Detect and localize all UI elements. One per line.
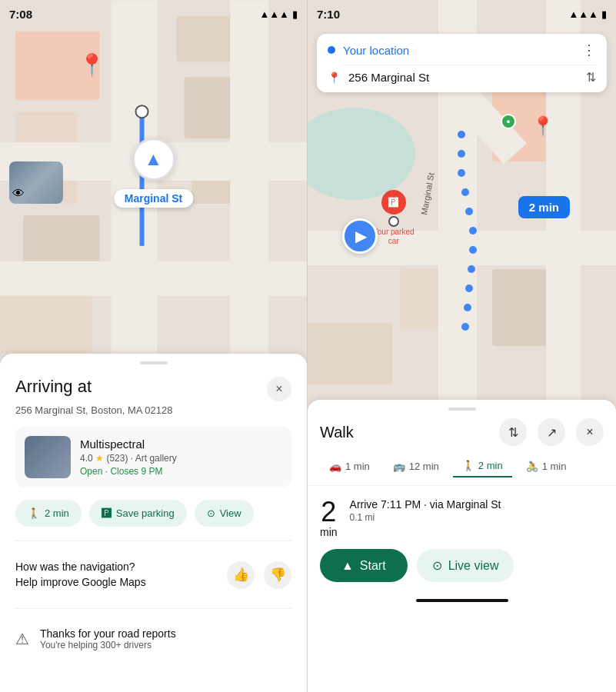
thumbnail-inner: 👁 [9, 161, 63, 204]
divider-1 [15, 541, 291, 541]
route-summary: 2 min Arrive 7:11 PM · via Marginal St 0… [308, 486, 616, 591]
view-button[interactable]: ⊙ View [195, 500, 254, 527]
play-icon: ▶ [355, 227, 367, 245]
feedback-row: How was the navigation? Help improve Goo… [15, 551, 291, 599]
arriving-at-title: Arriving at [15, 377, 92, 397]
svg-point-29 [465, 208, 473, 215]
share-button[interactable]: ↗ [538, 418, 565, 446]
bike-icon: 🚴 [526, 461, 538, 472]
close-button-right[interactable]: × [576, 418, 604, 446]
parked-car-dot [388, 216, 399, 227]
time-right: 7:10 [317, 8, 340, 21]
parked-car-icon: 🅿 [381, 190, 406, 215]
search-dest-row: 📍 256 Marginal St ⇅ [328, 70, 596, 85]
save-parking-button[interactable]: 🅿 Save parking [89, 500, 187, 527]
place-info: Multispectral 4.0 ★ (523) · Art gallery … [80, 437, 177, 477]
time-left: 7:08 [9, 8, 32, 21]
navigation-arrow-left: ▲ [132, 138, 175, 181]
star-icon: ★ [95, 453, 104, 464]
camera-icon: 👁 [12, 187, 25, 201]
svg-point-35 [461, 323, 469, 331]
signal-icon-left: ▲▲▲ [259, 8, 289, 20]
thumbs-down-button[interactable]: 👎 [264, 561, 291, 589]
view-icon: ⊙ [207, 507, 215, 519]
dest-text[interactable]: 256 Marginal St [348, 71, 578, 84]
time-badge: 2 min [518, 196, 570, 218]
route-arrive: Arrive 7:11 PM · via Marginal St [350, 498, 604, 511]
route-time-unit: min [320, 526, 338, 538]
thumbs-up-button[interactable]: 👍 [227, 561, 255, 589]
dest-pin-icon: 📍 [328, 72, 341, 84]
status-icons-left: ▲▲▲ ▮ [259, 8, 298, 20]
svg-point-25 [458, 131, 465, 138]
route-distance: 0.1 mi [350, 512, 604, 523]
bottom-sheet-right: Walk ⇅ ↗ × 🚗 1 min 🚌 12 min 🚶 2 min 🚴 [308, 400, 616, 692]
bottom-sheet-left: Arriving at × 256 Marginal St, Boston, M… [0, 354, 307, 692]
from-dot-icon [328, 46, 335, 54]
svg-point-28 [461, 188, 469, 196]
svg-point-33 [465, 284, 473, 292]
status-icons-right: ▲▲▲ ▮ [568, 8, 607, 20]
feedback-text: How was the navigation? Help improve Goo… [15, 560, 146, 590]
from-location-text[interactable]: Your location [343, 44, 574, 57]
walk-button[interactable]: 🚶 2 min [15, 500, 82, 527]
destination-pin-right: 📍 [531, 115, 554, 137]
place-card[interactable]: Multispectral 4.0 ★ (523) · Art gallery … [15, 427, 291, 487]
live-view-button[interactable]: ⊙ Live view [417, 549, 514, 582]
place-thumbnail-left[interactable]: 👁 [9, 161, 63, 204]
action-buttons: 🚶 2 min 🅿 Save parking ⊙ View [15, 500, 291, 527]
place-image [25, 436, 71, 478]
walk-header: Walk ⇅ ↗ × [308, 411, 616, 452]
walk-icon: 🚶 [28, 507, 40, 519]
close-button-left[interactable]: × [267, 377, 291, 401]
arrow-icon-left: ▲ [145, 148, 163, 170]
transport-tabs: 🚗 1 min 🚌 12 min 🚶 2 min 🚴 1 min [308, 452, 616, 486]
battery-icon-right: ▮ [601, 8, 607, 20]
navigate-button-right[interactable]: ▶ [342, 218, 378, 254]
parked-car-label: Your parkedcar [373, 228, 415, 246]
walk-icon-tab: 🚶 [462, 460, 474, 471]
svg-point-30 [469, 227, 477, 235]
arriving-address: 256 Marginal St, Boston, MA 02128 [15, 404, 291, 416]
search-bar-right[interactable]: Your location ⋮ 📍 256 Marginal St ⇅ [317, 34, 607, 92]
tab-walk[interactable]: 🚶 2 min [453, 455, 512, 477]
svg-point-32 [468, 265, 475, 273]
svg-rect-7 [0, 292, 92, 354]
map-right: Marginal St 7:10 ▲▲▲ ▮ Your location ⋮ 📍… [308, 0, 616, 408]
svg-point-26 [458, 150, 465, 158]
parking-icon: 🅿 [102, 507, 112, 519]
signal-icon-right: ▲▲▲ [568, 8, 598, 20]
home-indicator-right [416, 599, 508, 602]
place-meta: 4.0 ★ (523) · Art gallery [80, 453, 177, 464]
route-detail: Arrive 7:11 PM · via Marginal St 0.1 mi [350, 498, 604, 523]
feedback-icons: 👍 👎 [227, 561, 291, 589]
road-reports-row: ⚠ Thanks for your road reports You're he… [15, 618, 291, 660]
destination-pin-left: 📍 [78, 52, 105, 78]
right-panel: Marginal St 7:10 ▲▲▲ ▮ Your location ⋮ 📍… [308, 0, 616, 692]
filter-button[interactable]: ⇅ [499, 418, 527, 446]
battery-icon-left: ▮ [292, 8, 298, 20]
tab-transit[interactable]: 🚌 12 min [384, 456, 448, 477]
svg-rect-20 [308, 323, 392, 384]
svg-point-34 [464, 304, 471, 311]
more-options-icon[interactable]: ⋮ [582, 42, 596, 58]
left-panel: 7:08 ▲▲▲ ▮ 📍 ▲ Marginal St 👁 Arriving at [0, 0, 308, 692]
status-bar-right: 7:10 ▲▲▲ ▮ [308, 0, 616, 28]
route-main-row: 2 min Arrive 7:11 PM · via Marginal St 0… [320, 498, 604, 538]
road-reports-text: Thanks for your road reports You're help… [40, 627, 176, 650]
car-icon: 🚗 [329, 461, 341, 472]
warning-icon: ⚠ [15, 630, 29, 648]
tab-bike[interactable]: 🚴 1 min [517, 456, 576, 477]
search-divider [343, 65, 596, 65]
route-time-block: 2 min [320, 498, 338, 538]
divider-2 [15, 608, 291, 609]
route-time-number: 2 [320, 498, 338, 526]
tab-car[interactable]: 🚗 1 min [320, 456, 379, 477]
swap-icon[interactable]: ⇅ [586, 70, 596, 85]
start-button[interactable]: ▲ Start [320, 549, 408, 582]
walk-action-icons: ⇅ ↗ × [499, 418, 604, 446]
walk-title: Walk [320, 424, 499, 441]
live-view-icon: ⊙ [432, 558, 442, 573]
place-name: Multispectral [80, 437, 177, 451]
place-hours: Open · Closes 9 PM [80, 466, 177, 477]
